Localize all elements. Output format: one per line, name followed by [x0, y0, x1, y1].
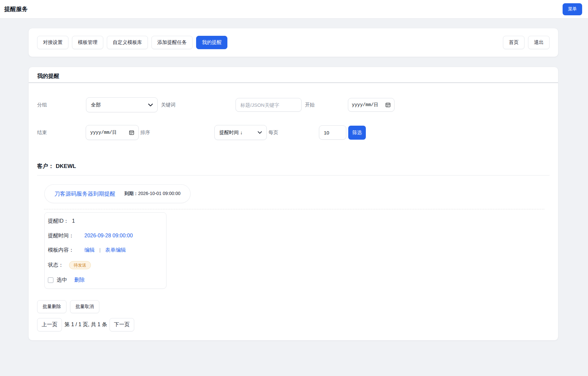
client-section: 客户：DKEWL 刀客源码服务器到期提醒 到期：2026-10-01 09:00…	[29, 162, 558, 289]
reminder-title-link[interactable]: 刀客源码服务器到期提醒	[54, 190, 115, 198]
filter-form: 分组 全部 关键词 开始 yyyy/mm/日	[29, 83, 558, 140]
page-content: 对接设置 模板管理 自定义模板库 添加提醒任务 我的提醒 首页 退出 我的提醒 …	[28, 28, 558, 341]
panel-title: 我的提醒	[37, 72, 550, 80]
tab-my-reminders[interactable]: 我的提醒	[196, 36, 227, 49]
reminder-pill: 刀客源码服务器到期提醒 到期：2026-10-01 09:00:00	[44, 184, 191, 203]
batch-actions: 批量删除 批量取消	[37, 300, 558, 313]
template-content-label: 模板内容：	[48, 246, 84, 254]
dashed-divider	[44, 209, 544, 209]
calendar-icon[interactable]	[385, 102, 391, 107]
client-heading: 客户：DKEWL	[37, 162, 550, 171]
app-title: 提醒服务	[4, 5, 28, 13]
my-reminders-panel: 我的提醒 分组 全部 关键词 开始 yyyy/mm/日	[28, 67, 558, 341]
link-separator: |	[99, 246, 101, 254]
per-page-label: 每页	[267, 130, 319, 136]
chevron-down-icon	[258, 131, 262, 134]
calendar-icon[interactable]	[129, 130, 134, 135]
tab-custom-template-library[interactable]: 自定义模板库	[107, 36, 148, 49]
batch-delete-button[interactable]: 批量删除	[37, 300, 66, 313]
due-label: 到期：	[124, 191, 138, 196]
reminder-time-label: 提醒时间：	[48, 232, 84, 239]
panel-header: 我的提醒	[29, 67, 558, 83]
reminder-detail-card: 提醒ID： 1 提醒时间： 2026-09-28 09:00:00 模板内容： …	[44, 212, 166, 289]
topbar: 提醒服务 菜单	[0, 0, 588, 19]
status-row: 状态： 待发送	[48, 261, 162, 269]
per-page-input-wrap	[319, 125, 346, 140]
pagination-info: 第 1 / 1 页, 共 1 条	[65, 321, 107, 328]
group-select-value: 全部	[91, 102, 101, 108]
filter-row-2: 结束 yyyy/mm/日 排序 提醒时间 ↓ 每页	[37, 125, 550, 140]
start-date-label: 开始	[302, 102, 348, 108]
reminder-time-row: 提醒时间： 2026-09-28 09:00:00	[48, 232, 162, 239]
per-page-input[interactable]	[324, 130, 341, 135]
menu-button[interactable]: 菜单	[563, 3, 582, 15]
select-row: 选中 删除	[48, 276, 162, 284]
sort-select-value: 提醒时间 ↓	[219, 130, 243, 136]
status-badge: 待发送	[69, 261, 91, 269]
client-label: 客户：	[37, 163, 54, 169]
tab-connection-settings[interactable]: 对接设置	[37, 36, 68, 49]
nav-actions: 首页 退出	[503, 36, 550, 49]
reminder-id-row: 提醒ID： 1	[48, 217, 162, 225]
chevron-down-icon	[148, 104, 153, 106]
nav-card: 对接设置 模板管理 自定义模板库 添加提醒任务 我的提醒 首页 退出	[28, 28, 558, 57]
reminder-id-value: 1	[72, 217, 75, 225]
due-time: 2026-10-01 09:00:00	[138, 191, 180, 196]
prev-page-button[interactable]: 上一页	[37, 318, 62, 331]
status-label: 状态：	[48, 261, 64, 269]
group-label: 分组	[37, 102, 86, 108]
tab-template-management[interactable]: 模板管理	[72, 36, 103, 49]
keyword-input-wrap	[236, 98, 302, 112]
group-select[interactable]: 全部	[86, 97, 158, 112]
reminder-time-link[interactable]: 2026-09-28 09:00:00	[84, 232, 133, 239]
reminder-id-label: 提醒ID：	[48, 217, 69, 225]
template-content-row: 模板内容： 编辑 | 表单编辑	[48, 246, 162, 254]
delete-link[interactable]: 删除	[74, 276, 85, 284]
client-divider	[37, 175, 550, 175]
batch-cancel-button[interactable]: 批量取消	[70, 300, 99, 313]
start-date-placeholder: yyyy/mm/日	[352, 102, 378, 108]
end-date-placeholder: yyyy/mm/日	[90, 130, 117, 135]
end-date-input[interactable]: yyyy/mm/日	[86, 125, 139, 140]
end-date-label: 结束	[37, 130, 86, 136]
pagination: 上一页 第 1 / 1 页, 共 1 条 下一页	[37, 318, 558, 331]
filter-row-1: 分组 全部 关键词 开始 yyyy/mm/日	[37, 97, 550, 112]
form-edit-link[interactable]: 表单编辑	[105, 246, 126, 254]
select-checkbox[interactable]	[48, 277, 53, 283]
start-date-input[interactable]: yyyy/mm/日	[348, 98, 394, 112]
client-name: DKEWL	[56, 163, 76, 169]
select-label: 选中	[57, 276, 67, 284]
keyword-label: 关键词	[158, 102, 236, 108]
home-button[interactable]: 首页	[503, 36, 524, 49]
edit-link[interactable]: 编辑	[84, 246, 95, 254]
filter-button[interactable]: 筛选	[348, 126, 366, 140]
sort-label: 排序	[139, 130, 214, 136]
tab-add-reminder-task[interactable]: 添加提醒任务	[151, 36, 193, 49]
nav-tabs: 对接设置 模板管理 自定义模板库 添加提醒任务 我的提醒	[37, 36, 227, 49]
keyword-input[interactable]	[240, 102, 297, 108]
sort-select[interactable]: 提醒时间 ↓	[214, 125, 267, 140]
due-text: 到期：2026-10-01 09:00:00	[124, 191, 180, 197]
logout-button[interactable]: 退出	[528, 36, 550, 49]
next-page-button[interactable]: 下一页	[109, 318, 134, 331]
